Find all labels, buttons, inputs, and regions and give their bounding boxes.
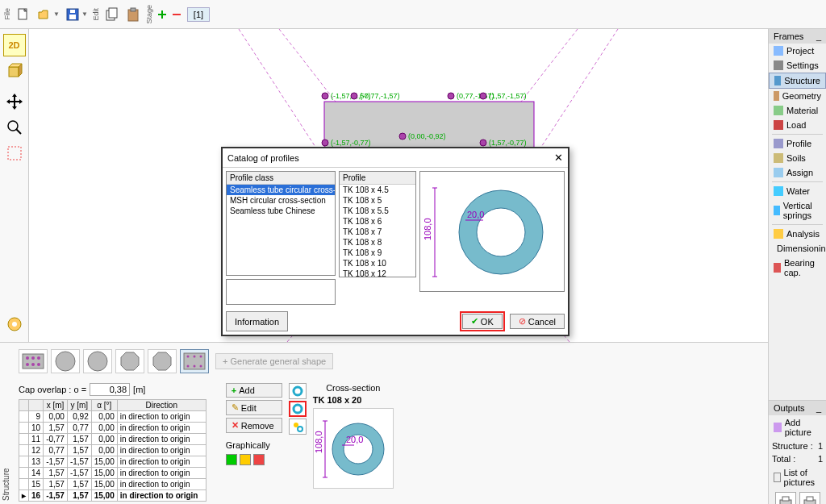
svg-rect-8 [131,8,136,11]
profile-class-item[interactable]: Seamless tube circular cross-section [227,185,335,195]
fit-extents-button[interactable] [3,142,26,165]
profile-item[interactable]: TK 108 x 5.5 [340,206,415,216]
stage-tab-1[interactable]: [1] [187,7,210,22]
profile-item[interactable]: TK 108 x 5 [340,195,415,206]
profile-item[interactable]: TK 108 x 12 [340,269,415,277]
shape-circle-1[interactable] [51,349,80,373]
frame-item-soils[interactable]: Soils [769,151,826,165]
add-picture-button[interactable]: Add picture [769,415,826,439]
svg-point-59 [187,365,190,368]
ok-button[interactable]: ✔OK [462,314,503,329]
profile-item[interactable]: TK 108 x 7 [340,227,415,237]
canvas-point[interactable]: (1,57,-0,77) [479,139,527,147]
svg-rect-43 [807,497,813,501]
frame-item-material[interactable]: Material [769,103,826,118]
svg-point-51 [56,352,75,371]
frame-item-load[interactable]: Load [769,118,826,132]
cancel-button[interactable]: ⊘Cancel [510,314,565,329]
shape-selector-row: + Generate general shape [12,343,768,380]
copy-button[interactable] [102,5,122,24]
open-file-button[interactable] [35,5,54,24]
cs-icon-catalog[interactable] [289,401,307,417]
frame-item-structure[interactable]: Structure [769,73,826,89]
profile-item[interactable]: TK 108 x 9 [340,248,415,258]
profile-item[interactable]: TK 108 x 10 [340,258,415,269]
view-3d-button[interactable] [3,60,26,82]
frame-item-bearing-cap-[interactable]: Bearing cap. [769,256,826,280]
table-row[interactable]: 151,571,5715,00in direction to origin [19,479,206,490]
zoom-button[interactable] [3,116,26,139]
cap-overlap-input[interactable] [90,383,130,396]
stage-label: Stage [144,5,155,24]
new-file-button[interactable] [14,5,33,24]
profile-list[interactable]: Profile TK 108 x 4.5TK 108 x 5TK 108 x 5… [339,171,416,277]
paste-button[interactable] [123,5,143,24]
frame-item-analysis[interactable]: Analysis [769,227,826,241]
canvas-point[interactable]: (0,00,-0,92) [398,132,446,140]
profile-item[interactable]: TK 108 x 6 [340,216,415,227]
structure-count-row: Structure :1 [769,439,826,452]
svg-line-28 [239,29,323,158]
profile-class-item[interactable]: Seamless tube Chinese [227,206,335,216]
graph-add-button[interactable] [226,454,237,465]
frame-item-project[interactable]: Project [769,44,826,58]
graph-remove-button[interactable] [253,454,265,465]
table-row[interactable]: 13-1,57-1,5715,00in direction to origin [19,456,206,468]
frame-item-settings[interactable]: Settings [769,58,826,73]
frame-item-dimensioning[interactable]: Dimensioning [769,241,826,256]
shape-rect-selected[interactable] [180,349,209,373]
canvas-point[interactable]: (-0,77,-1,57) [350,92,400,100]
pan-button[interactable] [3,90,26,113]
frame-item-water[interactable]: Water [769,184,826,198]
minimize-icon[interactable]: _ [816,31,821,41]
dialog-close-button[interactable]: ✕ [554,152,563,164]
information-button[interactable]: Information [226,311,288,331]
print-2-button[interactable] [799,492,820,504]
shape-oct-1[interactable] [115,349,144,373]
add-cs-button[interactable]: +Add [226,383,282,398]
graph-edit-button[interactable] [240,454,251,465]
view-2d-button[interactable]: 2D [3,34,26,56]
save-file-button[interactable] [63,5,82,24]
add-stage-button[interactable] [156,8,169,21]
edit-cs-button[interactable]: ✎Edit [226,400,282,415]
svg-point-49 [31,363,35,366]
structure-tab-label: Structure [0,343,12,504]
table-row[interactable]: 141,57-1,5715,00in direction to origin [19,468,206,479]
profile-class-list[interactable]: Profile class Seamless tube circular cro… [226,171,336,276]
print-1-button[interactable] [775,492,796,504]
frame-item-assign[interactable]: Assign [769,165,826,180]
frames-header[interactable]: Frames_ [769,29,826,44]
shape-circle-2[interactable] [83,349,112,373]
shape-oct-2[interactable] [148,349,177,373]
canvas-point[interactable]: (1,57,-1,57) [479,92,527,100]
dialog-titlebar[interactable]: Catalog of profiles ✕ [223,148,568,168]
cs-icon-1[interactable] [289,383,307,399]
table-row[interactable]: ▸16-1,571,5715,00in direction to origin [19,490,206,502]
profile-class-item[interactable]: MSH circular cross-section [227,195,335,206]
table-row[interactable]: 90,000,920,00in direction to origin [19,411,206,423]
frame-item-profile[interactable]: Profile [769,136,826,151]
remove-cs-button[interactable]: ✕Remove [226,418,282,433]
frame-item-geometry[interactable]: Geometry [769,89,826,103]
minimize-icon[interactable]: _ [816,403,821,413]
bottom-panel: Structure + Generate general shape Cap o… [0,342,768,504]
save-arrow[interactable]: ▼ [81,10,90,18]
cs-icon-3[interactable] [289,419,307,435]
generate-general-shape-button[interactable]: + Generate general shape [215,353,333,369]
outputs-header[interactable]: Outputs_ [769,401,826,415]
table-row[interactable]: 120,771,570,00in direction to origin [19,445,206,456]
settings-gear-button[interactable] [3,313,26,335]
profile-item[interactable]: TK 108 x 8 [340,237,415,248]
frame-item-vertical-springs[interactable]: Vertical springs [769,198,826,223]
svg-rect-23 [8,147,21,160]
open-arrow[interactable]: ▼ [53,10,62,18]
profile-item[interactable]: TK 108 x 4.5 [340,185,415,195]
shape-rect-6[interactable] [19,349,48,373]
table-row[interactable]: 101,570,770,00in direction to origin [19,423,206,434]
canvas-point[interactable]: (-1,57,-0,77) [321,139,371,147]
list-of-pictures-button[interactable]: List of pictures [769,465,826,489]
remove-stage-button[interactable] [170,8,183,21]
svg-line-26 [279,29,336,102]
table-row[interactable]: 11-0,771,570,00in direction to origin [19,434,206,445]
